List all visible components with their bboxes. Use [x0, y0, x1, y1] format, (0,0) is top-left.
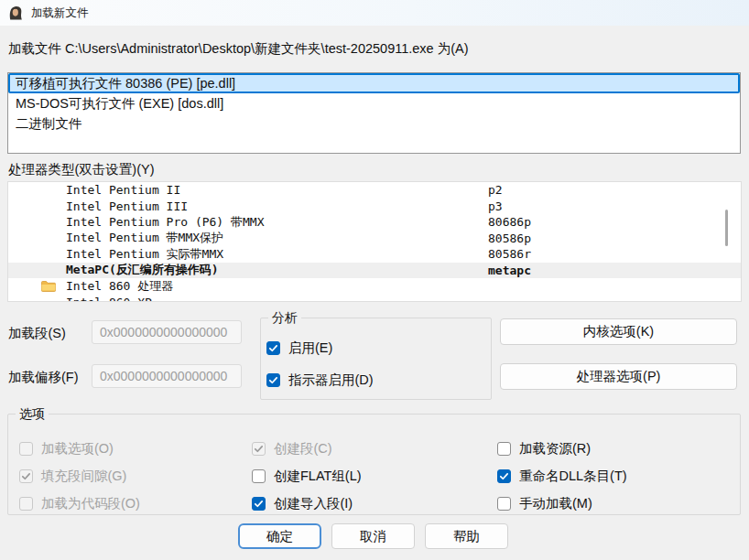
file-format-option[interactable]: 可移植可执行文件 80386 (PE) [pe.dll]	[8, 73, 740, 93]
window-title: 加载新文件	[31, 5, 89, 21]
checkbox-label: 创建段(C)	[274, 440, 332, 458]
processor-id: 80586p	[488, 232, 531, 245]
processor-name: Intel Pentium II	[66, 183, 180, 197]
checkbox[interactable]	[497, 442, 511, 456]
processor-name: Intel 860 处理器	[66, 278, 173, 295]
load-new-file-dialog: 加载新文件 加载文件 C:\Users\Administrator\Deskto…	[0, 0, 749, 560]
checkbox-label: 重命名DLL条目(T)	[519, 468, 627, 485]
processor-row[interactable]: Intel Pentium 带MMX保护80586p	[8, 231, 741, 247]
analysis-group-title: 分析	[268, 310, 301, 327]
ok-button[interactable]: 确定	[238, 523, 321, 549]
checkbox-row[interactable]: 手动加载(M)	[497, 495, 627, 512]
processor-row[interactable]: MetaPC(反汇编所有操作码)metapc	[8, 263, 741, 279]
processor-id: metapc	[488, 264, 531, 277]
options-groupbox: 选项 加载选项(O)填充段间隙(G)加载为代码段(O) 创建段(C)创建FLAT…	[7, 414, 741, 515]
checkbox-label: 创建FLAT组(L)	[274, 468, 362, 485]
processor-name: Intel Pentium III	[66, 199, 188, 213]
checkbox-row: 加载选项(O)	[19, 440, 140, 458]
processor-row[interactable]: Intel Pentium IIIp3	[8, 199, 741, 215]
processor-id: p2	[488, 183, 503, 197]
checkbox-label: 加载资源(R)	[519, 440, 591, 458]
processor-id: 80686p	[488, 215, 531, 229]
processor-row[interactable]: Intel 860 XP	[8, 295, 741, 303]
processor-listbox[interactable]: Intel Pentium IIp2Intel Pentium IIIp3Int…	[7, 181, 742, 302]
file-format-option[interactable]: 二进制文件	[8, 113, 740, 134]
processor-name: MetaPC(反汇编所有操作码)	[66, 262, 219, 278]
file-format-option[interactable]: MS-DOS可执行文件 (EXE) [dos.dll]	[8, 93, 740, 113]
processor-row[interactable]: Intel Pentium 实际带MMX80586r	[8, 246, 741, 263]
loading-segment-label: 加载段(S)	[8, 325, 66, 342]
processor-row[interactable]: Intel 860 处理器	[8, 278, 741, 295]
processor-name: Intel Pentium 实际带MMX	[66, 246, 223, 263]
checkbox-label: 启用(E)	[288, 339, 332, 357]
loading-offset-input	[92, 364, 242, 388]
checkbox[interactable]	[266, 373, 280, 387]
options-column-1: 加载选项(O)填充段间隙(G)加载为代码段(O)	[19, 440, 140, 512]
checkbox	[19, 442, 33, 456]
checkbox-row[interactable]: 重命名DLL条目(T)	[497, 468, 627, 485]
titlebar: 加载新文件	[0, 0, 749, 26]
checkbox-label: 指示器启用(D)	[288, 372, 374, 389]
checkbox[interactable]	[497, 469, 511, 483]
help-button[interactable]: 帮助	[425, 523, 508, 549]
options-column-3: 加载资源(R)重命名DLL条目(T)手动加载(M)	[497, 440, 627, 512]
checkbox-row[interactable]: 创建FLAT组(L)	[252, 468, 362, 485]
cancel-button[interactable]: 取消	[331, 523, 415, 549]
load-file-path-label: 加载文件 C:\Users\Administrator\Desktop\新建文件…	[8, 40, 469, 58]
options-group-title: 选项	[16, 406, 49, 423]
processor-row[interactable]: Intel Pentium IIp2	[8, 182, 741, 199]
checkbox-label: 创建导入段(I)	[274, 495, 353, 512]
checkbox-row: 填充段间隙(G)	[19, 468, 140, 485]
processor-name: Intel Pentium Pro (P6) 带MMX	[66, 214, 265, 231]
checkbox-row[interactable]: 创建导入段(I)	[252, 495, 362, 512]
checkbox[interactable]	[266, 341, 280, 355]
checkbox-label: 加载选项(O)	[41, 440, 114, 458]
processor-id: 80586r	[488, 247, 531, 261]
ida-app-icon	[7, 5, 24, 21]
loading-offset-label: 加载偏移(F)	[8, 369, 79, 386]
checkbox	[19, 469, 33, 483]
checkbox[interactable]	[252, 497, 266, 511]
checkbox-row[interactable]: 加载资源(R)	[497, 440, 627, 458]
file-format-listbox[interactable]: 可移植可执行文件 80386 (PE) [pe.dll]MS-DOS可执行文件 …	[7, 72, 741, 154]
checkbox-row: 加载为代码段(O)	[19, 495, 140, 512]
checkbox-label: 填充段间隙(G)	[41, 468, 126, 485]
processor-name: Intel 860 XP	[66, 296, 152, 302]
checkbox	[19, 497, 33, 511]
checkbox-row[interactable]: 启用(E)	[266, 339, 374, 357]
processor-id: p3	[488, 199, 503, 213]
checkbox[interactable]	[497, 497, 511, 511]
processor-options-button[interactable]: 处理器选项(P)	[500, 363, 737, 390]
checkbox	[252, 442, 266, 456]
kernel-options-button[interactable]: 内核选项(K)	[500, 318, 737, 345]
checkbox-row[interactable]: 指示器启用(D)	[266, 372, 374, 389]
processor-type-label: 处理器类型(双击设置)(Y)	[8, 161, 155, 178]
loading-segment-input	[92, 320, 242, 344]
checkbox-label: 加载为代码段(O)	[41, 495, 140, 512]
analysis-checkboxes: 启用(E)指示器启用(D)	[266, 339, 374, 389]
processor-name: Intel Pentium 带MMX保护	[66, 230, 223, 246]
checkbox-label: 手动加载(M)	[519, 495, 592, 512]
folder-icon	[41, 280, 56, 292]
checkbox-row: 创建段(C)	[252, 440, 362, 458]
options-column-2: 创建段(C)创建FLAT组(L)创建导入段(I)	[252, 440, 362, 512]
analysis-groupbox: 分析 启用(E)指示器启用(D)	[260, 318, 492, 400]
checkbox[interactable]	[252, 469, 266, 483]
processor-row[interactable]: Intel Pentium Pro (P6) 带MMX80686p	[8, 214, 741, 231]
